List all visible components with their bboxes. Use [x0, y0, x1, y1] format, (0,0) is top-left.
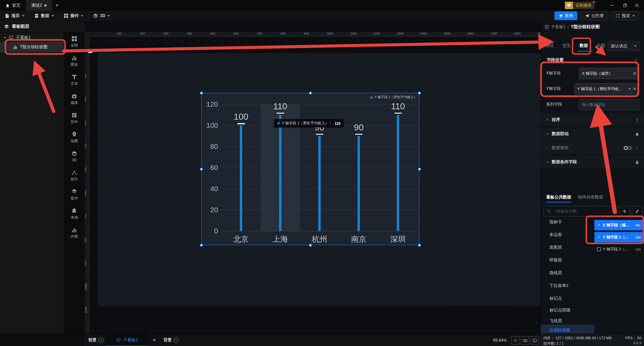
add-board-button[interactable]: +	[153, 337, 156, 343]
field-row[interactable]: Y 轴字段 2（... 123	[594, 244, 643, 254]
chart-legend[interactable]: Y 轴字段 1（男性平均收入）	[370, 95, 417, 100]
component-item-路线层[interactable]: 路线层	[541, 267, 594, 279]
section-数据筛选[interactable]: 数据筛选	[541, 141, 644, 154]
chart-bar[interactable]	[397, 115, 399, 231]
toolbox-item-3D[interactable]: 3D	[64, 147, 85, 166]
breadcrumb-parent[interactable]: 子看板1	[551, 24, 566, 30]
toolbox-item-图表[interactable]: 图表	[64, 51, 85, 70]
section-数据条件字段[interactable]: 数据条件字段	[541, 156, 644, 168]
more-dots-icon[interactable]	[635, 118, 639, 122]
field-row[interactable]: Y 轴字段 1（... 123	[594, 232, 643, 242]
series-field-dropzone[interactable]: 拖入数值字段	[579, 99, 639, 110]
menu-item-project[interactable]: 项目	[0, 11, 29, 21]
field-search-input[interactable]: （区分大小写）	[543, 206, 616, 217]
background-control[interactable]: 背景 +	[163, 334, 179, 346]
board-tab[interactable]: 子看板1	[106, 334, 148, 346]
menu-item-threed[interactable]: 3D	[89, 11, 115, 21]
component-item-下拉菜单2[interactable]: 下拉菜单2	[541, 280, 594, 291]
y-field-chip[interactable]: Y 轴字段 1（男性平均收...	[574, 83, 639, 95]
caret-right-icon[interactable]	[546, 147, 549, 150]
resize-handle[interactable]	[200, 92, 203, 95]
add-field-button[interactable]	[619, 206, 630, 217]
preview-button[interactable]: 预览	[611, 11, 639, 20]
toolbox-item-控件[interactable]: 控件	[64, 109, 85, 128]
component-item-标记点[interactable]: 标记点	[541, 293, 594, 304]
new-tab-button[interactable]: +	[52, 0, 62, 11]
lock-icon[interactable]	[635, 132, 639, 136]
field-row[interactable]: X 轴字段（城... Str.	[594, 220, 643, 230]
chart-bar[interactable]	[318, 136, 321, 231]
data-tab-组件自有数据[interactable]: 组件自有数据	[578, 192, 603, 203]
minimize-button[interactable]	[607, 0, 617, 11]
layer-group-row[interactable]: 子看板1	[0, 34, 64, 42]
checkbox-empty-icon[interactable]	[597, 247, 601, 251]
tab-home[interactable]: 首页	[0, 0, 26, 11]
menu-item-ops[interactable]: 操作	[59, 11, 88, 21]
toggle-off[interactable]	[624, 146, 632, 150]
caret-down-icon[interactable]	[3, 36, 6, 39]
caret-right-icon[interactable]	[546, 132, 549, 135]
resize-handle[interactable]	[200, 244, 203, 247]
toolbox-item-拓扑[interactable]: 拓扑	[64, 166, 85, 185]
x-field-chip[interactable]: X 轴字段（城市）	[579, 68, 639, 79]
guide-marker[interactable]	[88, 50, 93, 53]
inspector-tab-代码[interactable]: 代码	[595, 40, 607, 52]
toolbox-item-内测[interactable]: 内测	[64, 223, 85, 242]
close-button[interactable]	[632, 0, 642, 11]
toolbox-item-本地[interactable]: 本地	[64, 204, 85, 223]
grouped-bar-chart-component[interactable]: 020406080100120100北京110上海90杭州90南京110深圳 Y…	[201, 93, 419, 245]
section-label: 数据联动	[552, 131, 569, 137]
chart-bar[interactable]	[279, 115, 281, 231]
lock-icon[interactable]	[635, 160, 639, 164]
inspector-tab-交互[interactable]: 交互	[560, 40, 573, 52]
layer-item-selected[interactable]: T型分组柱状图	[0, 42, 64, 52]
component-item-多边形[interactable]: 多边形	[541, 229, 594, 240]
section-数据联动[interactable]: 数据联动	[541, 127, 644, 140]
inspector-tab-样式[interactable]: 样式	[543, 40, 556, 52]
toolbox-item-文本[interactable]: 文本	[64, 70, 85, 90]
resize-handle[interactable]	[418, 244, 421, 247]
publish-button[interactable]: 发布	[554, 11, 577, 20]
menu-item-data[interactable]: 数据	[30, 11, 59, 21]
close-icon[interactable]	[633, 72, 636, 75]
edit-field-button[interactable]	[632, 206, 643, 217]
toolbox-item-label: 地图	[71, 138, 78, 143]
foreground-control[interactable]: 前景 +	[88, 334, 104, 346]
chart-bar[interactable]	[358, 136, 360, 231]
zoom-level[interactable]: 69.84%	[493, 334, 507, 346]
restore-button[interactable]	[620, 0, 630, 11]
resize-handle[interactable]	[200, 168, 203, 171]
toolbox-item-套件[interactable]: 套件	[64, 185, 85, 204]
inspector-tab-数据[interactable]: 数据	[578, 40, 590, 52]
toolbox-item-地图[interactable]: 地图	[64, 128, 85, 147]
component-item-呼吸层[interactable]: 呼吸层	[541, 254, 594, 266]
close-icon[interactable]	[633, 87, 636, 91]
fit-screen-icon[interactable]	[511, 336, 520, 345]
toolbox-item-媒体[interactable]: 媒体	[64, 90, 85, 109]
custom-service-badge[interactable]: 定制服务	[565, 2, 594, 9]
resize-handle[interactable]	[309, 244, 312, 247]
component-item-标记点跟随[interactable]: 标记点跟随	[541, 304, 594, 316]
caret-right-icon[interactable]	[546, 161, 549, 164]
keyboard-icon[interactable]	[521, 336, 529, 345]
resize-handle[interactable]	[418, 168, 421, 171]
add-background-icon[interactable]: +	[173, 338, 179, 343]
fields-section-header[interactable]: 字段设置	[541, 54, 644, 66]
tab-document[interactable]: 测试2	[26, 0, 52, 11]
component-item-指标卡[interactable]: 指标卡	[541, 216, 594, 228]
toolbox-item-全部[interactable]: 全部	[64, 32, 85, 51]
data-tab-看板公共数据[interactable]: 看板公共数据	[546, 192, 571, 203]
console-icon[interactable]	[531, 336, 539, 345]
section-排序[interactable]: 排序	[541, 113, 644, 126]
more-dots-icon[interactable]	[634, 58, 638, 62]
chevron-down-icon[interactable]	[628, 88, 631, 90]
resize-handle[interactable]	[418, 92, 421, 95]
cloud-host-button[interactable]: 云托管	[581, 11, 608, 20]
add-foreground-icon[interactable]: +	[98, 338, 104, 343]
resize-handle[interactable]	[309, 92, 312, 95]
more-dots-icon[interactable]	[635, 146, 639, 150]
component-item-底图层[interactable]: 底图层	[541, 242, 594, 253]
state-selector[interactable]: 默认状态	[608, 41, 640, 51]
chart-bar[interactable]	[240, 125, 242, 231]
caret-right-icon[interactable]	[546, 118, 549, 121]
